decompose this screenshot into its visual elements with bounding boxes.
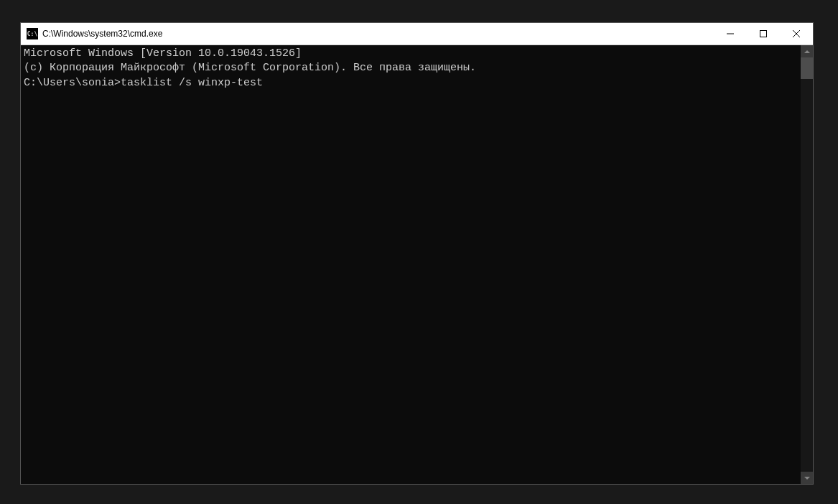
scroll-down-button[interactable] bbox=[801, 472, 813, 484]
scroll-up-button[interactable] bbox=[801, 45, 813, 57]
cmd-window: C:\ C:\Windows\system32\cmd.exe bbox=[20, 22, 814, 485]
minimize-icon bbox=[727, 30, 734, 37]
maximize-icon bbox=[760, 30, 767, 37]
close-button[interactable] bbox=[780, 23, 813, 45]
chevron-down-icon bbox=[804, 475, 810, 481]
chevron-up-icon bbox=[804, 49, 810, 55]
console-line: C:\Users\sonia>tasklist /s winxp-test bbox=[24, 76, 798, 90]
cmd-icon: C:\ bbox=[27, 28, 38, 39]
close-icon bbox=[793, 30, 800, 37]
titlebar[interactable]: C:\ C:\Windows\system32\cmd.exe bbox=[21, 23, 813, 45]
svg-rect-1 bbox=[760, 31, 767, 37]
console-area: Microsoft Windows [Version 10.0.19043.15… bbox=[21, 45, 813, 484]
maximize-button[interactable] bbox=[747, 23, 780, 45]
console-line: (c) Корпорация Майкрософт (Microsoft Cor… bbox=[24, 61, 798, 75]
cmd-icon-label: C:\ bbox=[27, 31, 37, 37]
vertical-scrollbar[interactable] bbox=[801, 45, 813, 484]
console-line: Microsoft Windows [Version 10.0.19043.15… bbox=[24, 47, 798, 61]
minimize-button[interactable] bbox=[714, 23, 747, 45]
console-output[interactable]: Microsoft Windows [Version 10.0.19043.15… bbox=[21, 45, 801, 484]
window-title: C:\Windows\system32\cmd.exe bbox=[42, 29, 714, 39]
window-controls bbox=[714, 23, 813, 45]
scroll-thumb[interactable] bbox=[801, 57, 813, 79]
scroll-track[interactable] bbox=[801, 57, 813, 472]
